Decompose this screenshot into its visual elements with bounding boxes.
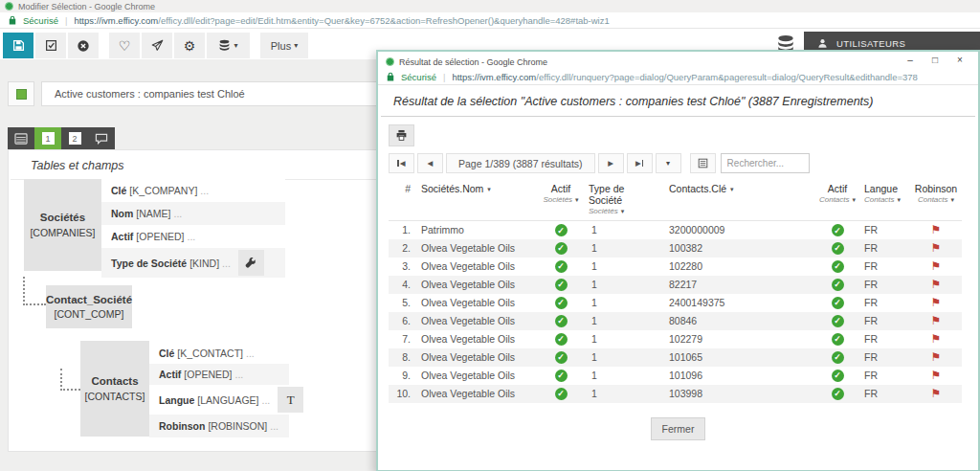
triangle-right-icon: ▶: [635, 160, 641, 168]
field-row[interactable]: Clé[K_CONTACT]...: [149, 343, 289, 364]
entity-contact-societe[interactable]: Contact_Société [CONT_COMP]: [46, 285, 132, 328]
actif-contacts-cell: ✓: [814, 367, 860, 385]
page-indicator[interactable]: Page 1/389 (3887 résultats): [446, 153, 595, 173]
save-button[interactable]: [3, 33, 33, 58]
sort-caret-icon: ▾: [853, 196, 857, 203]
wrench-icon: [245, 258, 256, 269]
view-mode-button[interactable]: [690, 153, 716, 173]
text-format-button[interactable]: T: [278, 387, 303, 413]
print-button[interactable]: [389, 124, 414, 146]
field-row[interactable]: Actif[OPENED]...: [101, 225, 285, 248]
security-label: Sécurisé: [401, 72, 436, 82]
table-row[interactable]: 1. Patrimmo ✓ 1 3200000009 ✓ FR ⚑: [389, 221, 962, 239]
row-number: 5.: [389, 294, 417, 312]
popup-address-bar[interactable]: Sécurisé | https://ivm.efficy.com/efficy…: [378, 69, 978, 85]
robinson-cell: ⚑: [910, 330, 962, 348]
field-row[interactable]: Type de Société[KIND]...: [101, 248, 285, 278]
col-header-robinson[interactable]: Robinson Contacts▾: [910, 180, 962, 221]
chevron-down-icon: ▾: [234, 42, 237, 50]
result-table: # Sociétés.Nom▾ Actif Sociétés▾ Type de …: [389, 180, 962, 403]
contacts-fields: Clé[K_CONTACT]... Actif[OPENED]... Langu…: [149, 343, 289, 437]
col-header-actif-contacts[interactable]: Actif Contacts▾: [814, 180, 860, 221]
query-status-button[interactable]: [8, 81, 34, 106]
plus-menu-button[interactable]: Plus ▾: [260, 33, 308, 58]
last-page-button[interactable]: ▶: [627, 153, 653, 173]
tab-fields[interactable]: [8, 127, 34, 149]
search-input[interactable]: [721, 153, 810, 173]
col-header-type-societe[interactable]: Type de Société Sociétés▾: [585, 180, 661, 221]
table-row[interactable]: 9. Olvea Vegetable Oils ✓ 1 101096 ✓ FR …: [389, 367, 962, 385]
check-circle-icon: ✓: [832, 224, 844, 236]
check-circle-icon: ✓: [832, 279, 844, 291]
minimize-button[interactable]: –: [898, 55, 923, 66]
database-menu-button[interactable]: ▾: [207, 33, 250, 58]
field-row[interactable]: Langue[LANGUAGE]... T: [149, 385, 289, 415]
page-size-dropdown[interactable]: ▾: [656, 153, 681, 173]
main-address-bar[interactable]: Sécurisé | https://ivm.efficy.com/efficy…: [0, 12, 980, 29]
relation-connector: [60, 369, 80, 391]
gear-icon: ⚙: [184, 38, 196, 54]
entity-contacts[interactable]: Contacts [CONTACTS]: [80, 341, 149, 437]
validate-button[interactable]: [35, 33, 66, 58]
company-type-cell: 1: [585, 367, 661, 385]
save-icon: [12, 39, 25, 52]
maximize-button[interactable]: □: [923, 55, 947, 66]
fermer-button[interactable]: Fermer: [651, 417, 706, 440]
table-row[interactable]: 3. Olvea Vegetable Oils ✓ 1 102280 ✓ FR …: [389, 258, 962, 276]
table-row[interactable]: 2. Olvea Vegetable Oils ✓ 1 100382 ✓ FR …: [389, 239, 962, 258]
actif-contacts-cell: ✓: [814, 348, 860, 367]
tab-comments[interactable]: [88, 127, 115, 149]
popup-title: Résultat de sélection - Google Chrome: [399, 57, 547, 67]
robinson-cell: ⚑: [910, 312, 962, 330]
favorite-button[interactable]: ♡: [109, 33, 140, 58]
sort-caret-icon: ▾: [951, 196, 955, 203]
settings-button[interactable]: ⚙: [174, 33, 205, 58]
tab-step-1[interactable]: 1: [34, 127, 61, 149]
field-row[interactable]: Robinson[ROBINSON]...: [149, 415, 289, 437]
send-button[interactable]: [142, 33, 172, 58]
company-name-cell: Olvea Vegetable Oils: [417, 294, 537, 312]
actif-societes-cell: ✓: [537, 385, 585, 403]
speech-bubble-icon: [95, 133, 108, 145]
url-separator: |: [443, 72, 445, 82]
table-row[interactable]: 7. Olvea Vegetable Oils ✓ 1 102279 ✓ FR …: [389, 330, 962, 348]
company-type-cell: 1: [585, 276, 661, 294]
close-button[interactable]: ×: [947, 55, 972, 66]
table-row[interactable]: 5. Olvea Vegetable Oils ✓ 1 2400149375 ✓…: [389, 294, 962, 312]
table-row[interactable]: 8. Olvea Vegetable Oils ✓ 1 101065 ✓ FR …: [389, 348, 962, 367]
table-row[interactable]: 10. Olvea Vegetable Oils ✓ 1 103998 ✓ FR…: [389, 385, 962, 403]
cancel-button[interactable]: [68, 33, 99, 58]
language-cell: FR: [860, 330, 910, 348]
col-header-langue[interactable]: Langue Contacts▾: [860, 180, 910, 221]
language-cell: FR: [860, 348, 910, 367]
col-header-societes-nom[interactable]: Sociétés.Nom▾: [417, 180, 537, 221]
wrench-button[interactable]: [238, 250, 264, 276]
first-page-button[interactable]: ◀: [389, 153, 414, 173]
tab-step-2[interactable]: 2: [61, 127, 88, 149]
main-url: https://ivm.efficy.com/efficy.dll/edit?p…: [74, 15, 609, 26]
contact-key-cell: 101096: [661, 367, 814, 385]
next-page-button[interactable]: ▶: [598, 153, 624, 173]
col-header-actif-societes[interactable]: Actif Sociétés▾: [537, 180, 585, 221]
flag-icon: ⚑: [931, 387, 942, 400]
field-row[interactable]: Actif[OPENED]...: [149, 364, 289, 385]
url-separator: |: [65, 15, 67, 26]
entity-societes[interactable]: Sociétés [COMPANIES]: [24, 179, 101, 271]
company-name-cell: Olvea Vegetable Oils: [417, 276, 537, 294]
actif-societes-cell: ✓: [537, 276, 585, 294]
popup-titlebar: Résultat de sélection - Google Chrome – …: [378, 52, 978, 69]
database-icon: [218, 39, 231, 52]
field-row[interactable]: Clé[K_COMPANY]...: [101, 179, 285, 202]
robinson-cell: ⚑: [910, 221, 962, 239]
check-circle-icon: ✓: [555, 279, 568, 291]
table-row[interactable]: 4. Olvea Vegetable Oils ✓ 1 82217 ✓ FR ⚑: [389, 276, 962, 294]
actif-societes-cell: ✓: [537, 239, 585, 258]
row-number: 7.: [389, 330, 417, 348]
table-row[interactable]: 6. Olvea Vegetable Oils ✓ 1 80846 ✓ FR ⚑: [389, 312, 962, 330]
previous-page-button[interactable]: ◀: [417, 153, 443, 173]
col-header-contacts-cle[interactable]: Contacts.Clé▾: [661, 180, 814, 221]
wizard-tabstrip: 1 2: [8, 127, 115, 149]
actif-contacts-cell: ✓: [814, 276, 860, 294]
field-row[interactable]: Nom[NAME]...: [101, 202, 285, 225]
row-number: 10.: [389, 385, 417, 403]
